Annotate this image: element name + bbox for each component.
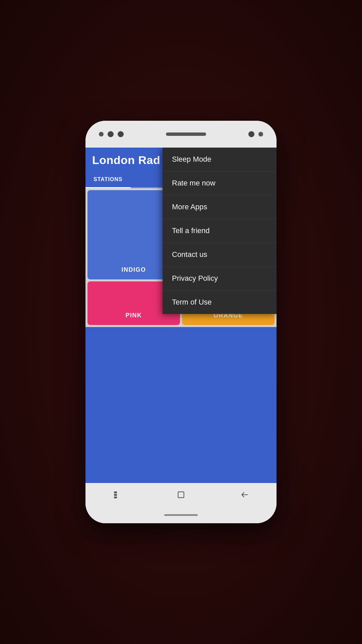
phone-dot-3 xyxy=(118,131,124,137)
phone-bottom-bar xyxy=(85,506,277,523)
back-icon[interactable] xyxy=(240,490,250,500)
phone-bottom-nav xyxy=(85,483,277,506)
phone-screen: London Rad STATIONS INDIGO › GREEN LIGHT… xyxy=(85,148,277,483)
home-bar xyxy=(164,514,198,516)
phone-speaker xyxy=(166,132,206,136)
svg-rect-0 xyxy=(114,491,117,493)
menu-item-rate-me[interactable]: Rate me now xyxy=(163,171,277,195)
menu-item-contact-us[interactable]: Contact us xyxy=(163,243,277,267)
phone-dot-1 xyxy=(99,132,104,137)
menu-item-more-apps[interactable]: More Apps xyxy=(163,195,277,219)
home-icon[interactable] xyxy=(176,490,186,500)
menu-item-sleep-mode[interactable]: Sleep Mode xyxy=(163,148,277,171)
dropdown-menu: Sleep Mode Rate me now More Apps Tell a … xyxy=(163,148,277,314)
app-title: London Rad xyxy=(92,154,160,167)
tile-pink-label: PINK xyxy=(125,312,142,319)
tile-indigo-label: INDIGO xyxy=(121,266,146,273)
phone-frame: London Rad STATIONS INDIGO › GREEN LIGHT… xyxy=(85,121,277,523)
menu-item-tell-friend[interactable]: Tell a friend xyxy=(163,219,277,243)
svg-rect-2 xyxy=(114,496,117,498)
tab-stations[interactable]: STATIONS xyxy=(85,172,131,188)
svg-rect-3 xyxy=(178,492,184,497)
menu-item-term-of-use[interactable]: Term of Use xyxy=(163,290,277,314)
phone-dot-2 xyxy=(108,131,114,137)
phone-top-bar xyxy=(85,121,277,148)
recent-apps-icon[interactable] xyxy=(112,490,122,500)
svg-rect-1 xyxy=(114,494,117,496)
phone-dot-4 xyxy=(258,132,263,137)
phone-camera xyxy=(248,131,254,137)
menu-item-privacy-policy[interactable]: Privacy Policy xyxy=(163,267,277,290)
